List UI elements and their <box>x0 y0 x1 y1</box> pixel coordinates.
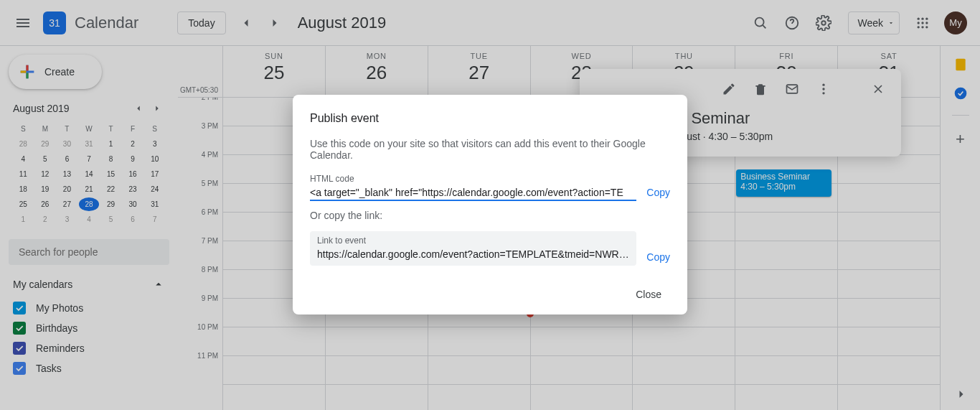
modal-title: Publish event <box>310 112 670 125</box>
modal-overlay[interactable]: Publish event Use this code on your site… <box>0 0 980 410</box>
modal-description: Use this code on your site so that visit… <box>310 138 670 161</box>
link-field[interactable]: Link to event https://calendar.google.co… <box>310 231 636 266</box>
app: 31 Calendar Today August 2019 Week My <box>0 0 980 410</box>
html-code-label: HTML code <box>310 174 636 184</box>
link-label: Link to event <box>317 236 629 246</box>
copy-link-button[interactable]: Copy <box>646 251 670 266</box>
html-code-field[interactable]: HTML code <a target="_blank" href="https… <box>310 174 636 201</box>
close-button[interactable]: Close <box>627 283 670 306</box>
copy-html-button[interactable]: Copy <box>646 187 670 201</box>
link-value: https://calendar.google.com/event?action… <box>317 247 629 261</box>
html-code-value: <a target="_blank" href="https://calenda… <box>310 185 636 201</box>
or-copy-text: Or copy the link: <box>310 210 670 221</box>
publish-event-modal: Publish event Use this code on your site… <box>293 95 687 315</box>
